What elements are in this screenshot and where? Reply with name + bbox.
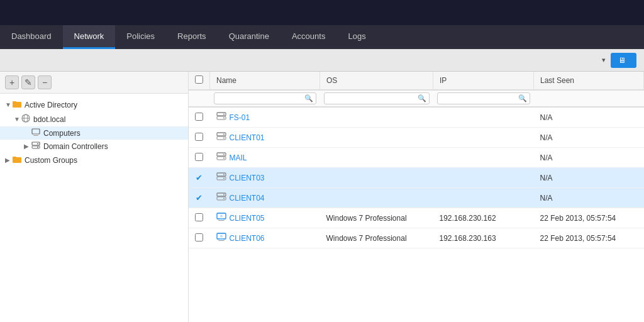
tree-item-custom-groups[interactable]: ▶ Custom Groups xyxy=(0,153,188,167)
desktop-icon xyxy=(216,213,226,223)
tree-label-active-directory: Active Directory xyxy=(25,101,183,109)
main-content: + ✎ − ▼ Active Directory ▼ bdot.local xyxy=(0,72,644,322)
svg-point-17 xyxy=(223,118,225,119)
add-button[interactable]: + xyxy=(5,75,19,89)
cell-name: FS-01 xyxy=(210,107,320,128)
cell-last-seen: N/A xyxy=(534,188,644,208)
svg-rect-1 xyxy=(13,101,16,103)
edit-button[interactable]: ✎ xyxy=(21,75,35,89)
cell-checkbox[interactable] xyxy=(189,228,210,248)
computer-name-link[interactable]: MAIL xyxy=(230,153,247,162)
svg-point-37 xyxy=(220,215,223,218)
computer-name-link[interactable]: CLIENT03 xyxy=(230,174,265,182)
nav-reports[interactable]: Reports xyxy=(166,25,218,49)
computer-name-link[interactable]: CLIENT04 xyxy=(230,194,265,203)
row-checkbox[interactable] xyxy=(195,213,203,221)
cell-last-seen: N/A xyxy=(534,168,644,188)
table-row[interactable]: FS-01 N/A xyxy=(189,107,644,128)
svg-point-21 xyxy=(223,138,225,139)
table-row[interactable]: CLIENT06 Windows 7 Professional 192.168.… xyxy=(189,228,644,248)
table-row[interactable]: CLIENT05 Windows 7 Professional 192.168.… xyxy=(189,208,644,228)
server-icon xyxy=(216,112,226,123)
svg-rect-6 xyxy=(34,134,38,135)
cell-ip xyxy=(433,188,534,208)
row-checkbox[interactable] xyxy=(195,233,203,242)
cell-name: CLIENT01 xyxy=(210,128,320,148)
search-os-input[interactable] xyxy=(327,95,418,103)
content-area: Name OS IP Last Seen 🔍 xyxy=(189,72,644,322)
table-row[interactable]: ✔ CLIENT04 N/A xyxy=(189,188,644,208)
cell-os xyxy=(320,128,433,148)
nav-network[interactable]: Network xyxy=(63,25,116,49)
search-ip-input[interactable] xyxy=(440,95,518,103)
nav-policies[interactable]: Policies xyxy=(115,25,166,49)
cell-last-seen: N/A xyxy=(534,128,644,148)
cell-checkbox[interactable] xyxy=(189,208,210,228)
remove-button[interactable]: − xyxy=(38,75,52,89)
tree-item-active-directory[interactable]: ▼ Active Directory xyxy=(0,97,188,112)
cell-checkbox[interactable]: ✔ xyxy=(189,168,210,188)
row-checkbox[interactable] xyxy=(195,133,203,141)
computers-icon xyxy=(31,128,40,138)
cell-last-seen: 22 Feb 2013, 05:57:54 xyxy=(534,228,644,248)
table-row[interactable]: ✔ CLIENT03 N/A xyxy=(189,168,644,188)
cell-os xyxy=(320,107,433,128)
svg-rect-40 xyxy=(218,240,225,241)
svg-rect-8 xyxy=(32,142,40,145)
app-header xyxy=(0,0,644,25)
server-icon xyxy=(216,192,226,203)
expand-icon: ▼ xyxy=(14,116,21,123)
computer-name-link[interactable]: CLIENT06 xyxy=(230,234,265,243)
expand-icon: ▶ xyxy=(24,143,31,150)
domain-icon xyxy=(21,114,30,125)
computer-name-link[interactable]: FS-01 xyxy=(230,113,250,122)
search-icon: 🔍 xyxy=(418,94,426,103)
svg-rect-36 xyxy=(218,220,225,221)
computer-name-link[interactable]: CLIENT01 xyxy=(230,133,265,142)
col-last-seen-header: Last Seen xyxy=(534,72,644,90)
svg-point-25 xyxy=(223,158,225,159)
sidebar: + ✎ − ▼ Active Directory ▼ bdot.local xyxy=(0,72,189,322)
desktop-icon xyxy=(216,233,226,243)
nav-accounts[interactable]: Accounts xyxy=(280,25,336,49)
computers-button[interactable]: 🖥 xyxy=(611,53,636,68)
main-nav: Dashboard Network Policies Reports Quara… xyxy=(0,25,644,49)
table-row[interactable]: CLIENT01 N/A xyxy=(189,128,644,148)
cell-checkbox[interactable] xyxy=(189,128,210,148)
tree-item-domain-controllers[interactable]: ▶ Domain Controllers xyxy=(0,140,188,153)
tree-item-computers[interactable]: Computers xyxy=(0,126,188,140)
svg-rect-7 xyxy=(33,135,38,136)
nav-quarantine[interactable]: Quarantine xyxy=(218,25,280,49)
nav-dashboard[interactable]: Dashboard xyxy=(0,25,63,49)
cell-name: CLIENT06 xyxy=(210,228,320,248)
svg-point-16 xyxy=(223,114,225,115)
search-name-cell: 🔍 xyxy=(210,90,320,107)
computers-table: Name OS IP Last Seen 🔍 xyxy=(189,72,644,248)
search-name-input[interactable] xyxy=(217,95,304,103)
nav-logs[interactable]: Logs xyxy=(336,25,377,49)
tree-label-bdot-local: bdot.local xyxy=(33,115,183,124)
toolbar-right: ▾ 🖥 xyxy=(592,53,636,68)
cell-os xyxy=(320,148,433,168)
cell-ip xyxy=(433,148,534,168)
svg-point-20 xyxy=(223,134,225,135)
table-row[interactable]: MAIL N/A xyxy=(189,148,644,168)
page-toolbar: ▾ 🖥 xyxy=(0,49,644,72)
sidebar-toolbar: + ✎ − xyxy=(0,72,188,94)
svg-point-24 xyxy=(223,154,225,155)
cell-os: Windows 7 Professional xyxy=(320,228,433,248)
computer-name-link[interactable]: CLIENT05 xyxy=(230,214,265,223)
search-icon: 🔍 xyxy=(518,94,527,103)
row-checkbox[interactable] xyxy=(195,153,203,161)
select-all-checkbox[interactable] xyxy=(195,75,203,84)
svg-rect-39 xyxy=(219,239,223,240)
server-icon xyxy=(216,172,226,183)
cell-checkbox[interactable] xyxy=(189,107,210,128)
filter-dropdown-icon[interactable]: ▾ xyxy=(602,56,606,64)
cell-checkbox[interactable] xyxy=(189,148,210,168)
cell-ip xyxy=(433,128,534,148)
tree-item-bdot-local[interactable]: ▼ bdot.local xyxy=(0,112,188,126)
svg-point-33 xyxy=(223,198,225,199)
row-checkbox[interactable] xyxy=(195,113,203,121)
cell-checkbox[interactable]: ✔ xyxy=(189,188,210,208)
